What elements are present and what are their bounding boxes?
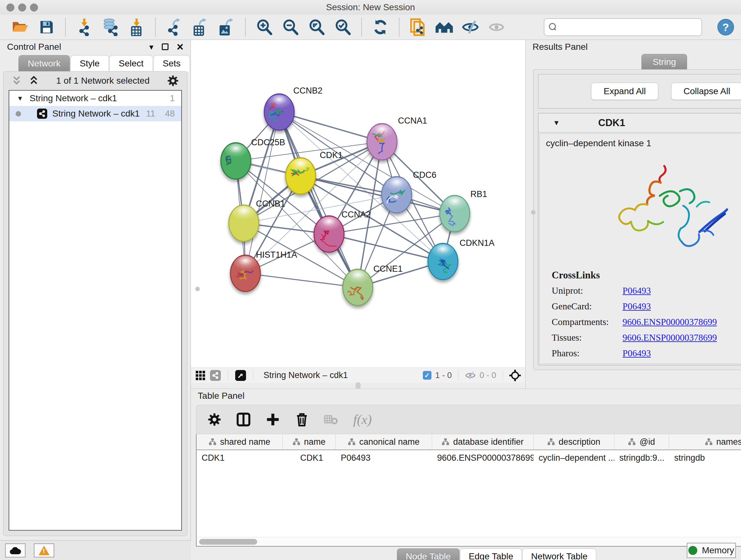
network-edge-CCNB2-HIST1H1A[interactable]: [246, 112, 279, 273]
detach-view-icon[interactable]: [235, 370, 246, 381]
expand-all-button[interactable]: Expand All: [591, 83, 658, 100]
column-header-name[interactable]: name: [283, 434, 336, 449]
open-file-button[interactable]: [10, 17, 31, 37]
crosslinks-title: CrossLinks: [552, 269, 741, 281]
tab-sets[interactable]: Sets: [153, 55, 190, 71]
network-node-CCNA1[interactable]: CCNA1: [367, 116, 427, 160]
node-label-CCNA2: CCNA2: [341, 210, 371, 219]
export-table-button[interactable]: [190, 17, 211, 37]
network-edge-CCNB2-CCNA1[interactable]: [279, 112, 382, 142]
crosslink-row: Tissues:9606.ENSP00000378699: [552, 332, 741, 343]
column-header-@id[interactable]: @id: [614, 434, 669, 449]
panel-menu-icon[interactable]: ▾: [149, 43, 153, 51]
network-row-selected[interactable]: String Network – cdk1 11 48: [9, 106, 181, 121]
tab-edge-table[interactable]: Edge Table: [460, 549, 522, 560]
table-cell[interactable]: CDK1: [283, 453, 336, 463]
column-header-description[interactable]: description: [534, 434, 614, 449]
table-cell[interactable]: cyclin–dependent ...: [534, 453, 614, 463]
table-panel: Table Panel ▾ ×: [191, 388, 741, 560]
vertical-splitter-handle[interactable]: [531, 210, 536, 214]
add-column-icon[interactable]: [266, 413, 280, 427]
help-button[interactable]: ?: [718, 19, 734, 36]
grid-view-icon[interactable]: [195, 370, 205, 381]
zoom-in-icon: [256, 19, 272, 35]
gene-entry-header[interactable]: ▼ CDK1: [538, 113, 741, 132]
collapse-all-button[interactable]: Collapse All: [671, 83, 741, 100]
zoom-in-button[interactable]: [253, 17, 275, 37]
zoom-out-button[interactable]: [280, 17, 301, 37]
network-node-HIST1H1A[interactable]: HIST1H1A: [230, 250, 297, 292]
tree-expand-icon[interactable]: ▼: [17, 95, 23, 102]
table-cell[interactable]: CDK1: [197, 453, 283, 463]
import-table-file-button[interactable]: [126, 17, 147, 37]
import-network-file-button[interactable]: [73, 17, 95, 37]
crosslink-label: Pharos:: [552, 348, 623, 359]
export-network-button[interactable]: [163, 17, 185, 37]
table-cell[interactable]: 9606.ENSP00000378699: [432, 453, 534, 463]
network-node-RB1[interactable]: RB1: [440, 189, 487, 232]
hide-selected-button[interactable]: [460, 17, 481, 37]
warnings-button[interactable]: [34, 543, 54, 557]
crosslink-link[interactable]: P06493: [623, 301, 651, 312]
tab-style[interactable]: Style: [71, 55, 109, 71]
table-cell[interactable]: stringdb: [669, 453, 741, 463]
table-hscrollbar[interactable]: [197, 537, 741, 546]
tab-string[interactable]: String: [642, 54, 687, 70]
vertical-splitter-handle[interactable]: [195, 287, 200, 291]
table-gear-icon[interactable]: [208, 413, 221, 426]
column-header-namespace[interactable]: namespace: [669, 434, 741, 449]
network-node-CCNB1[interactable]: CCNB1: [229, 199, 285, 241]
network-node-CCNE1[interactable]: CCNE1: [343, 264, 403, 306]
delete-column-icon[interactable]: [295, 412, 309, 427]
tab-node-table[interactable]: Node Table: [397, 549, 459, 560]
crosslink-link[interactable]: 9606.ENSP00000378699: [623, 332, 717, 343]
network-node-CCNA2[interactable]: CCNA2: [314, 210, 371, 252]
network-canvas[interactable]: CCNB2CCNA1CDC25BCDK1CDC6RB1CCNB1CCNA2CDK…: [191, 40, 525, 368]
column-header-database-identifier[interactable]: database identifier: [432, 434, 534, 449]
crosslink-link[interactable]: P06493: [623, 286, 651, 296]
export-image-button[interactable]: [216, 17, 238, 37]
network-snapshot-button[interactable]: [407, 17, 429, 37]
import-network-database-button[interactable]: [99, 17, 121, 37]
network-edge-CCNB2-CCNE1[interactable]: [279, 112, 358, 287]
network-node-CCNB2[interactable]: CCNB2: [264, 86, 323, 130]
zoom-fit-button[interactable]: [306, 17, 327, 37]
column-header-canonical-name[interactable]: canonical name: [336, 434, 432, 449]
network-view-mode-icon[interactable]: [210, 370, 221, 381]
cloud-status-button[interactable]: [5, 543, 25, 557]
network-node-CDKN1A[interactable]: CDKN1A: [428, 238, 495, 280]
network-edge-CCNA2-CDKN1A[interactable]: [329, 234, 443, 261]
expand-all-icon[interactable]: [29, 76, 39, 86]
apply-layout-button[interactable]: [369, 17, 391, 37]
crosslink-link[interactable]: 9606.ENSP00000378699: [623, 317, 717, 327]
search-input[interactable]: [560, 22, 697, 32]
memory-button[interactable]: Memory: [687, 543, 736, 558]
first-neighbors-button[interactable]: [433, 17, 455, 37]
network-collection-row[interactable]: ▼ String Network – cdk1 1: [9, 91, 181, 106]
tab-network[interactable]: Network: [18, 55, 70, 71]
gear-icon[interactable]: [167, 75, 179, 86]
table-row[interactable]: CDK1CDK1P064939606.ENSP00000378699cyclin…: [197, 450, 741, 465]
pan-crosshair-icon[interactable]: [509, 370, 521, 381]
panel-close-icon[interactable]: ×: [177, 43, 184, 52]
show-columns-icon[interactable]: [237, 413, 251, 427]
crosslink-link[interactable]: P06493: [623, 348, 651, 359]
protein-structure-image: [581, 154, 741, 266]
tab-network-table[interactable]: Network Table: [522, 549, 596, 560]
table-cell[interactable]: stringdb:9...: [614, 453, 669, 463]
tab-select[interactable]: Select: [110, 55, 153, 71]
show-all-button[interactable]: [486, 17, 508, 37]
zoom-selected-button[interactable]: [332, 17, 354, 37]
selected-checkbox-icon[interactable]: ✓: [423, 371, 431, 380]
network-edge-HIST1H1A-CCNE1[interactable]: [246, 273, 358, 287]
column-header-shared-name[interactable]: shared name: [197, 434, 283, 449]
collapse-all-icon[interactable]: [12, 76, 21, 86]
node-label-CCNE1: CCNE1: [374, 264, 403, 273]
table-toolbar: f(x): [196, 405, 741, 434]
horizontal-splitter[interactable]: [191, 383, 525, 388]
table-cell[interactable]: P06493: [336, 453, 432, 463]
entry-expand-icon[interactable]: ▼: [553, 119, 560, 127]
hscroll-thumb[interactable]: [199, 539, 257, 545]
panel-float-icon[interactable]: [162, 44, 169, 50]
save-session-button[interactable]: [36, 17, 57, 37]
